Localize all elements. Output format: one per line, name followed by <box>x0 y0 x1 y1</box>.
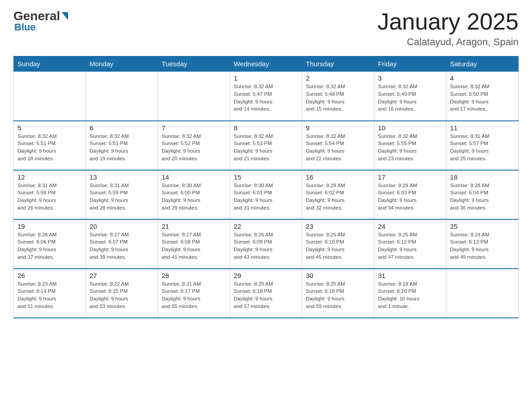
calendar-day-24: 24Sunrise: 8:25 AM Sunset: 6:12 PM Dayli… <box>374 219 446 269</box>
day-number: 18 <box>450 173 515 181</box>
day-number: 14 <box>162 173 226 181</box>
day-info: Sunrise: 8:32 AM Sunset: 5:53 PM Dayligh… <box>234 133 298 163</box>
day-info: Sunrise: 8:28 AM Sunset: 6:06 PM Dayligh… <box>17 231 82 261</box>
calendar-day-19: 19Sunrise: 8:28 AM Sunset: 6:06 PM Dayli… <box>14 219 86 269</box>
logo: General Blue <box>13 9 68 33</box>
day-info: Sunrise: 8:32 AM Sunset: 5:50 PM Dayligh… <box>450 83 515 113</box>
day-number: 13 <box>90 173 154 181</box>
calendar-day-22: 22Sunrise: 8:26 AM Sunset: 6:09 PM Dayli… <box>230 219 302 269</box>
calendar-day-2: 2Sunrise: 8:32 AM Sunset: 5:48 PM Daylig… <box>302 72 374 121</box>
calendar-week-row: 12Sunrise: 8:31 AM Sunset: 5:58 PM Dayli… <box>14 170 519 219</box>
day-info: Sunrise: 8:31 AM Sunset: 5:58 PM Dayligh… <box>17 182 82 212</box>
day-number: 24 <box>378 223 442 230</box>
day-info: Sunrise: 8:32 AM Sunset: 5:51 PM Dayligh… <box>90 133 154 163</box>
calendar-day-11: 11Sunrise: 8:31 AM Sunset: 5:57 PM Dayli… <box>446 121 519 170</box>
day-info: Sunrise: 8:25 AM Sunset: 6:12 PM Dayligh… <box>378 231 442 261</box>
calendar-day-28: 28Sunrise: 8:21 AM Sunset: 6:17 PM Dayli… <box>158 269 230 318</box>
day-number: 31 <box>378 272 442 279</box>
header-monday: Monday <box>86 56 158 72</box>
header-wednesday: Wednesday <box>230 56 302 72</box>
logo-blue-text: Blue <box>14 21 36 33</box>
calendar-day-9: 9Sunrise: 8:32 AM Sunset: 5:54 PM Daylig… <box>302 121 374 170</box>
logo-arrow-icon <box>62 12 68 20</box>
day-info: Sunrise: 8:26 AM Sunset: 6:09 PM Dayligh… <box>234 231 298 261</box>
day-number: 19 <box>17 223 82 230</box>
day-info: Sunrise: 8:32 AM Sunset: 5:55 PM Dayligh… <box>378 133 442 163</box>
calendar-day-5: 5Sunrise: 8:32 AM Sunset: 5:51 PM Daylig… <box>14 121 86 170</box>
calendar-day-6: 6Sunrise: 8:32 AM Sunset: 5:51 PM Daylig… <box>86 121 158 170</box>
day-info: Sunrise: 8:30 AM Sunset: 6:01 PM Dayligh… <box>234 182 298 212</box>
calendar-day-10: 10Sunrise: 8:32 AM Sunset: 5:55 PM Dayli… <box>374 121 446 170</box>
calendar-day-17: 17Sunrise: 8:29 AM Sunset: 6:03 PM Dayli… <box>374 170 446 219</box>
day-number: 20 <box>90 223 154 230</box>
day-info: Sunrise: 8:23 AM Sunset: 6:14 PM Dayligh… <box>17 280 82 310</box>
day-number: 17 <box>378 173 442 181</box>
calendar-day-4: 4Sunrise: 8:32 AM Sunset: 5:50 PM Daylig… <box>446 72 519 121</box>
day-info: Sunrise: 8:32 AM Sunset: 5:51 PM Dayligh… <box>17 133 82 163</box>
day-info: Sunrise: 8:27 AM Sunset: 6:08 PM Dayligh… <box>162 231 226 261</box>
day-number: 8 <box>234 124 298 132</box>
day-number: 23 <box>306 223 370 230</box>
calendar-day-7: 7Sunrise: 8:32 AM Sunset: 5:52 PM Daylig… <box>158 121 230 170</box>
day-number: 29 <box>234 272 298 279</box>
calendar-empty-cell <box>446 269 519 318</box>
calendar-day-23: 23Sunrise: 8:25 AM Sunset: 6:10 PM Dayli… <box>302 219 374 269</box>
month-title: January 2025 <box>378 9 519 34</box>
calendar-day-15: 15Sunrise: 8:30 AM Sunset: 6:01 PM Dayli… <box>230 170 302 219</box>
day-info: Sunrise: 8:24 AM Sunset: 6:13 PM Dayligh… <box>450 231 515 261</box>
day-number: 10 <box>378 124 442 132</box>
calendar-day-31: 31Sunrise: 8:19 AM Sunset: 6:20 PM Dayli… <box>374 269 446 318</box>
day-info: Sunrise: 8:27 AM Sunset: 6:07 PM Dayligh… <box>90 231 154 261</box>
day-info: Sunrise: 8:28 AM Sunset: 6:04 PM Dayligh… <box>450 182 515 212</box>
day-info: Sunrise: 8:25 AM Sunset: 6:10 PM Dayligh… <box>306 231 370 261</box>
day-info: Sunrise: 8:31 AM Sunset: 5:57 PM Dayligh… <box>450 133 515 163</box>
day-number: 21 <box>162 223 226 230</box>
calendar-day-29: 29Sunrise: 8:20 AM Sunset: 6:18 PM Dayli… <box>230 269 302 318</box>
header-friday: Friday <box>374 56 446 72</box>
day-info: Sunrise: 8:32 AM Sunset: 5:48 PM Dayligh… <box>306 83 370 113</box>
header-thursday: Thursday <box>302 56 374 72</box>
calendar-week-row: 26Sunrise: 8:23 AM Sunset: 6:14 PM Dayli… <box>14 269 519 318</box>
location-title: Calatayud, Aragon, Spain <box>378 36 519 48</box>
day-number: 2 <box>306 74 370 82</box>
day-info: Sunrise: 8:29 AM Sunset: 6:03 PM Dayligh… <box>378 182 442 212</box>
day-number: 11 <box>450 124 515 132</box>
day-number: 5 <box>17 124 82 132</box>
day-number: 12 <box>17 173 82 181</box>
calendar-day-8: 8Sunrise: 8:32 AM Sunset: 5:53 PM Daylig… <box>230 121 302 170</box>
header-sunday: Sunday <box>14 56 86 72</box>
calendar-day-1: 1Sunrise: 8:32 AM Sunset: 5:47 PM Daylig… <box>230 72 302 121</box>
calendar-empty-cell <box>158 72 230 121</box>
day-number: 6 <box>90 124 154 132</box>
calendar-day-14: 14Sunrise: 8:30 AM Sunset: 6:00 PM Dayli… <box>158 170 230 219</box>
day-info: Sunrise: 8:32 AM Sunset: 5:47 PM Dayligh… <box>234 83 298 113</box>
day-info: Sunrise: 8:32 AM Sunset: 5:52 PM Dayligh… <box>162 133 226 163</box>
calendar-table: SundayMondayTuesdayWednesdayThursdayFrid… <box>13 56 519 318</box>
day-info: Sunrise: 8:19 AM Sunset: 6:20 PM Dayligh… <box>378 280 442 310</box>
calendar-empty-cell <box>14 72 86 121</box>
calendar-day-13: 13Sunrise: 8:31 AM Sunset: 5:59 PM Dayli… <box>86 170 158 219</box>
day-info: Sunrise: 8:20 AM Sunset: 6:18 PM Dayligh… <box>234 280 298 310</box>
calendar-day-26: 26Sunrise: 8:23 AM Sunset: 6:14 PM Dayli… <box>14 269 86 318</box>
calendar-header-row: SundayMondayTuesdayWednesdayThursdayFrid… <box>14 56 519 72</box>
calendar-day-16: 16Sunrise: 8:29 AM Sunset: 6:02 PM Dayli… <box>302 170 374 219</box>
header-saturday: Saturday <box>446 56 519 72</box>
calendar-day-27: 27Sunrise: 8:22 AM Sunset: 6:15 PM Dayli… <box>86 269 158 318</box>
calendar-day-12: 12Sunrise: 8:31 AM Sunset: 5:58 PM Dayli… <box>14 170 86 219</box>
calendar-day-18: 18Sunrise: 8:28 AM Sunset: 6:04 PM Dayli… <box>446 170 519 219</box>
day-info: Sunrise: 8:20 AM Sunset: 6:19 PM Dayligh… <box>306 280 370 310</box>
day-number: 28 <box>162 272 226 279</box>
calendar-empty-cell <box>86 72 158 121</box>
calendar-day-21: 21Sunrise: 8:27 AM Sunset: 6:08 PM Dayli… <box>158 219 230 269</box>
day-number: 7 <box>162 124 226 132</box>
day-info: Sunrise: 8:31 AM Sunset: 5:59 PM Dayligh… <box>90 182 154 212</box>
day-number: 26 <box>17 272 82 279</box>
day-number: 22 <box>234 223 298 230</box>
header-tuesday: Tuesday <box>158 56 230 72</box>
calendar-day-25: 25Sunrise: 8:24 AM Sunset: 6:13 PM Dayli… <box>446 219 519 269</box>
day-number: 4 <box>450 74 515 82</box>
day-number: 1 <box>234 74 298 82</box>
day-number: 16 <box>306 173 370 181</box>
calendar-day-20: 20Sunrise: 8:27 AM Sunset: 6:07 PM Dayli… <box>86 219 158 269</box>
day-number: 27 <box>90 272 154 279</box>
